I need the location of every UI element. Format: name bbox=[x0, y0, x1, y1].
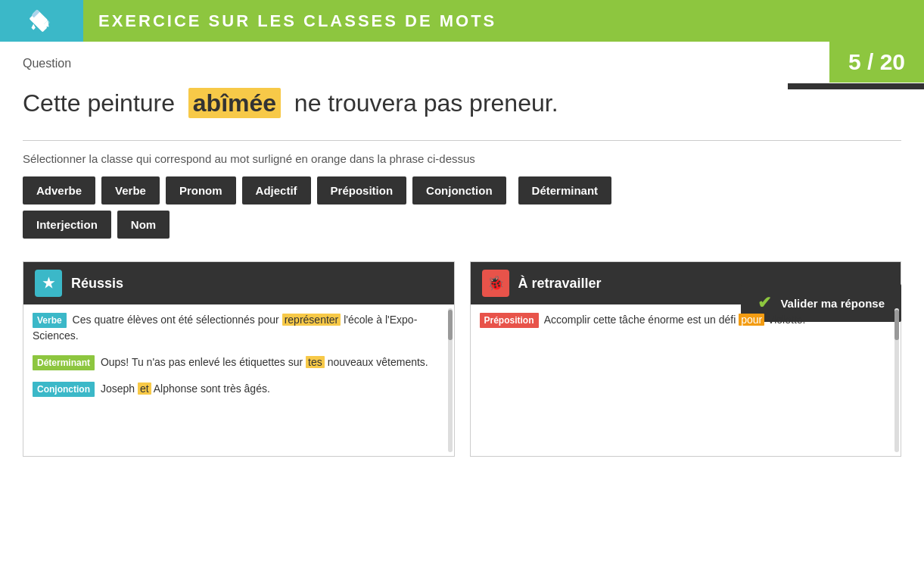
success-text-1a: Ces quatre élèves ont été sélectionnés p… bbox=[73, 314, 282, 326]
header-icon-box bbox=[0, 0, 83, 42]
instruction: Sélectionner la classe qui correspond au… bbox=[23, 152, 901, 165]
scrollbar-thumb-success bbox=[448, 310, 453, 340]
main-container: 5 / 20 Question Cette peinture abîmée ne… bbox=[0, 42, 924, 562]
badge-determinant: Déterminant bbox=[33, 355, 95, 370]
btn-interjection[interactable]: Interjection bbox=[23, 211, 111, 239]
success-highlight-2: tes bbox=[306, 356, 325, 368]
success-panel-title: Réussis bbox=[71, 276, 123, 292]
divider bbox=[23, 140, 901, 141]
retry-text-1a: Accomplir cette tâche énorme est un défi bbox=[544, 314, 739, 326]
btn-nom[interactable]: Nom bbox=[117, 211, 170, 239]
success-panel-header: ★ Réussis bbox=[23, 262, 454, 304]
badge-verbe: Verbe bbox=[33, 313, 67, 328]
counter-display: 5 / 20 bbox=[848, 49, 905, 74]
retry-entry-1: Préposition Accomplir cette tâche énorme… bbox=[480, 312, 881, 328]
success-text-2b: nouveaux vêtements. bbox=[325, 356, 428, 368]
btn-determinant[interactable]: Déterminant bbox=[518, 176, 612, 205]
success-text-2a: Oups! Tu n'as pas enlevé les étiquettes … bbox=[101, 356, 306, 368]
success-panel: ★ Réussis Verbe Ces quatre élèves ont ét… bbox=[23, 261, 455, 457]
btn-verbe[interactable]: Verbe bbox=[101, 176, 160, 205]
header: EXERCICE SUR LES CLASSES DE MOTS bbox=[0, 0, 924, 42]
scrollbar-thumb-retry bbox=[894, 310, 899, 340]
counter-bar bbox=[788, 83, 924, 89]
success-entry-2: Déterminant Oups! Tu n'as pas enlevé les… bbox=[33, 354, 434, 370]
sentence-before: Cette peinture bbox=[23, 89, 175, 117]
btn-adverbe[interactable]: Adverbe bbox=[23, 176, 95, 205]
success-panel-body: Verbe Ces quatre élèves ont été sélectio… bbox=[23, 304, 454, 456]
badge-preposition: Préposition bbox=[480, 313, 539, 328]
pencil-icon bbox=[28, 6, 55, 36]
retry-panel-body: Préposition Accomplir cette tâche énorme… bbox=[471, 304, 901, 456]
btn-conjonction[interactable]: Conjonction bbox=[412, 176, 506, 205]
btn-preposition[interactable]: Préposition bbox=[317, 176, 407, 205]
word-class-buttons: Adverbe Verbe Pronom Adjectif Prépositio… bbox=[23, 176, 628, 239]
retry-panel-title: À retravailler bbox=[518, 276, 602, 292]
success-highlight-3: et bbox=[138, 382, 151, 395]
counter-box: 5 / 20 bbox=[829, 42, 924, 83]
question-label: Question bbox=[23, 57, 901, 70]
success-entry-1: Verbe Ces quatre élèves ont été sélectio… bbox=[33, 312, 434, 344]
success-icon: ★ bbox=[35, 270, 62, 297]
svg-marker-1 bbox=[32, 23, 36, 30]
scrollbar-retry[interactable] bbox=[894, 308, 899, 452]
highlighted-word: abîmée bbox=[188, 88, 281, 118]
retry-highlight-1: pour bbox=[739, 314, 764, 326]
retry-text-1b: Violette. bbox=[764, 314, 805, 326]
sentence: Cette peinture abîmée ne trouvera pas pr… bbox=[23, 82, 901, 125]
retry-icon: 🐞 bbox=[482, 270, 509, 297]
badge-conjonction: Conjonction bbox=[33, 382, 95, 397]
scrollbar-success[interactable] bbox=[448, 308, 453, 452]
success-text-3b: Alphonse sont très âgés. bbox=[151, 382, 270, 395]
header-title: EXERCICE SUR LES CLASSES DE MOTS bbox=[83, 11, 496, 31]
btn-pronom[interactable]: Pronom bbox=[166, 176, 236, 205]
success-entry-3: Conjonction Joseph et Alphonse sont très… bbox=[33, 381, 434, 397]
success-highlight-1: représenter bbox=[282, 314, 341, 326]
btn-adjectif[interactable]: Adjectif bbox=[242, 176, 311, 205]
question-section: Question Cette peinture abîmée ne trouve… bbox=[0, 42, 924, 239]
success-text-3a: Joseph bbox=[101, 382, 138, 395]
sentence-after: ne trouvera pas preneur. bbox=[294, 89, 558, 117]
